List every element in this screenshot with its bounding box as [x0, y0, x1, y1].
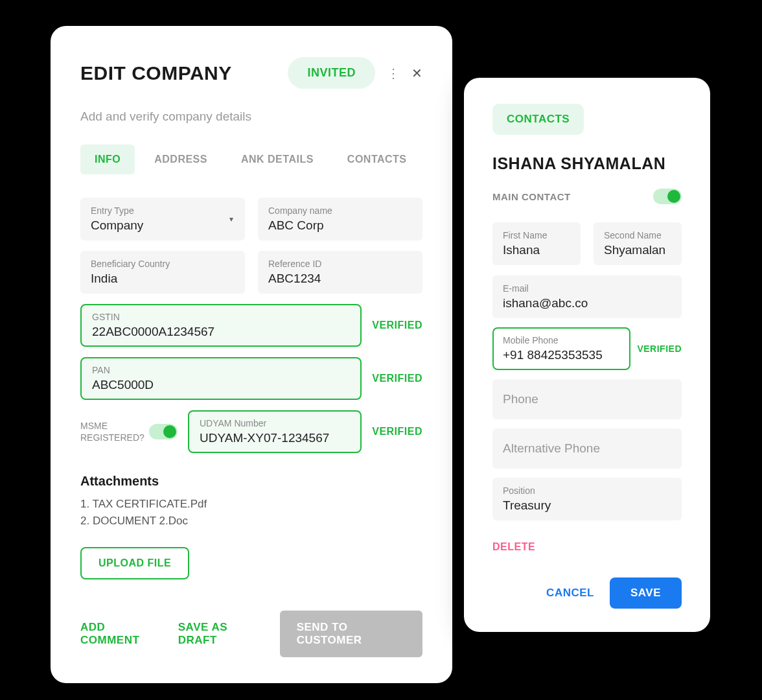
subtitle: Add and verify company details	[80, 110, 422, 124]
footer-actions: ADD COMMENT SAVE AS DRAFT SEND TO CUSTOM…	[80, 611, 422, 657]
udyam-verified-badge: VERIFIED	[372, 426, 422, 438]
header-actions: INVITED ⋮ ✕	[288, 57, 422, 89]
tab-ank-details[interactable]: ANK DETAILS	[227, 145, 328, 174]
email-value: ishana@abc.co	[503, 296, 671, 310]
edit-company-card: EDIT COMPANY INVITED ⋮ ✕ Add and verify …	[51, 26, 452, 683]
delete-button[interactable]: DELETE	[492, 541, 535, 553]
email-field[interactable]: E-mail ishana@abc.co	[492, 275, 682, 318]
tabs: INFO ADDRESS ANK DETAILS CONTACTS	[80, 145, 422, 174]
contact-name: ISHANA SHYAMALAN	[492, 154, 682, 173]
msme-toggle[interactable]	[149, 424, 178, 439]
main-contact-toggle[interactable]	[653, 189, 682, 204]
gstin-field[interactable]: GSTIN 22ABC0000A1234567	[80, 304, 362, 347]
attachments-title: Attachments	[80, 474, 422, 489]
position-field[interactable]: Position Treasury	[492, 478, 682, 520]
attachment-item[interactable]: 1. TAX CERTIFICATE.Pdf	[80, 498, 422, 511]
first-name-label: First Name	[503, 230, 570, 240]
beneficiary-country-value: India	[91, 272, 235, 286]
first-name-value: Ishana	[503, 243, 570, 257]
udyam-label: UDYAM Number	[200, 418, 350, 428]
second-name-label: Second Name	[604, 230, 671, 240]
company-name-value: ABC Corp	[268, 218, 412, 233]
entry-type-label: Entry Type	[91, 205, 235, 216]
tab-address[interactable]: ADDRESS	[140, 145, 222, 174]
right-footer: CANCEL SAVE	[492, 578, 682, 609]
close-icon[interactable]: ✕	[411, 65, 422, 81]
send-to-customer-button[interactable]: SEND TO CUSTOMER	[280, 611, 422, 657]
contacts-badge: CONTACTS	[492, 104, 584, 135]
position-value: Treasury	[503, 498, 671, 513]
reference-id-label: Reference ID	[268, 259, 412, 269]
status-badge: INVITED	[288, 57, 375, 89]
reference-id-field[interactable]: Reference ID ABC1234	[258, 251, 422, 294]
pan-value: ABC5000D	[92, 378, 350, 392]
entry-type-value: Company	[91, 218, 235, 233]
upload-file-button[interactable]: UPLOAD FILE	[80, 547, 189, 579]
tab-info[interactable]: INFO	[80, 145, 135, 174]
udyam-value: UDYAM-XY07-1234567	[200, 431, 350, 445]
attachment-item[interactable]: 2. DOCUMENT 2.Doc	[80, 515, 422, 528]
position-label: Position	[503, 485, 671, 496]
gstin-verified-badge: VERIFIED	[372, 320, 422, 331]
mobile-phone-label: Mobile Phone	[503, 335, 620, 345]
msme-label: MSME REGISTERED?	[80, 420, 139, 443]
header-row: EDIT COMPANY INVITED ⋮ ✕	[80, 57, 422, 89]
mobile-phone-field[interactable]: Mobile Phone +91 88425353535	[492, 327, 630, 370]
mobile-phone-value: +91 88425353535	[503, 348, 620, 362]
beneficiary-country-label: Beneficiary Country	[91, 259, 235, 269]
second-name-value: Shyamalan	[604, 243, 671, 257]
alt-phone-field[interactable]: Alternative Phone	[492, 428, 682, 469]
email-label: E-mail	[503, 283, 671, 294]
udyam-field[interactable]: UDYAM Number UDYAM-XY07-1234567	[188, 410, 362, 453]
save-draft-button[interactable]: SAVE AS DRAFT	[178, 621, 262, 647]
beneficiary-country-field[interactable]: Beneficiary Country India	[80, 251, 245, 294]
entry-type-select[interactable]: Entry Type Company	[80, 198, 245, 240]
company-name-label: Company name	[268, 205, 412, 216]
gstin-value: 22ABC0000A1234567	[92, 325, 350, 339]
main-contact-label: MAIN CONTACT	[492, 191, 571, 202]
page-title: EDIT COMPANY	[80, 62, 232, 84]
contact-card: CONTACTS ISHANA SHYAMALAN MAIN CONTACT F…	[464, 78, 710, 632]
mobile-verified-badge: VERIFIED	[637, 344, 682, 354]
company-name-field[interactable]: Company name ABC Corp	[258, 198, 422, 240]
gstin-label: GSTIN	[92, 312, 350, 322]
first-name-field[interactable]: First Name Ishana	[492, 222, 581, 265]
save-button[interactable]: SAVE	[610, 578, 682, 609]
reference-id-value: ABC1234	[268, 272, 412, 286]
pan-verified-badge: VERIFIED	[372, 373, 422, 384]
phone-field[interactable]: Phone	[492, 379, 682, 419]
pan-label: PAN	[92, 365, 350, 375]
cancel-button[interactable]: CANCEL	[546, 587, 594, 600]
more-icon[interactable]: ⋮	[387, 65, 400, 81]
second-name-field[interactable]: Second Name Shyamalan	[594, 222, 682, 265]
pan-field[interactable]: PAN ABC5000D	[80, 357, 362, 400]
tab-contacts[interactable]: CONTACTS	[333, 145, 421, 174]
add-comment-button[interactable]: ADD COMMENT	[80, 621, 160, 647]
